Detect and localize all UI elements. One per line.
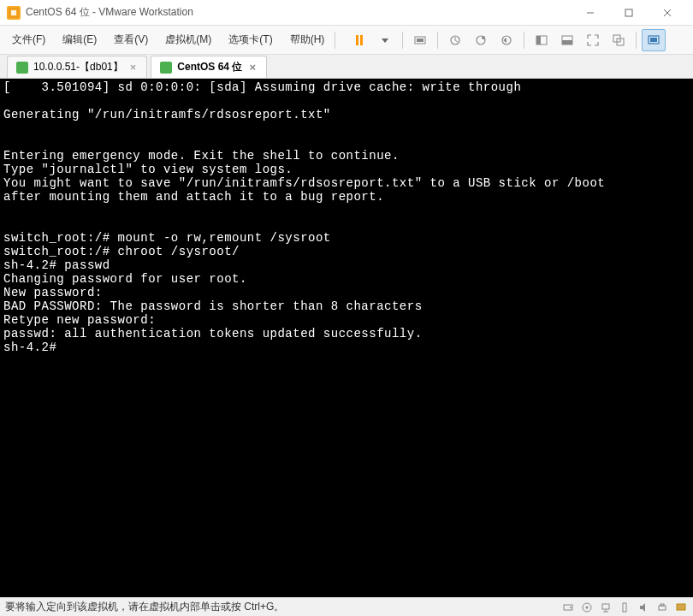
svg-point-22 bbox=[570, 607, 572, 608]
network-icon[interactable] bbox=[599, 601, 613, 614]
printer-icon[interactable] bbox=[655, 601, 669, 614]
svg-rect-20 bbox=[650, 38, 657, 42]
pause-button[interactable] bbox=[347, 29, 371, 51]
maximize-button[interactable] bbox=[609, 0, 648, 26]
svg-rect-1 bbox=[11, 10, 16, 15]
snapshot-manager-button[interactable] bbox=[469, 29, 493, 51]
status-icons bbox=[561, 601, 688, 614]
status-text: 要将输入定向到该虚拟机，请在虚拟机内部单击或按 Ctrl+G。 bbox=[5, 600, 561, 614]
svg-rect-25 bbox=[602, 604, 609, 609]
menu-help[interactable]: 帮助(H) bbox=[283, 29, 332, 50]
svg-rect-16 bbox=[562, 40, 572, 44]
tab-centos[interactable]: CentOS 64 位 × bbox=[151, 56, 267, 78]
menu-edit[interactable]: 编辑(E) bbox=[56, 29, 104, 50]
svg-marker-29 bbox=[640, 603, 645, 612]
dropdown-button[interactable] bbox=[373, 29, 397, 51]
svg-point-24 bbox=[586, 606, 589, 608]
menu-tabs[interactable]: 选项卡(T) bbox=[222, 29, 279, 50]
tab-label: 10.0.0.51-【db01】 bbox=[33, 60, 123, 74]
unity-button[interactable] bbox=[607, 29, 631, 51]
send-ctrl-alt-del-button[interactable] bbox=[408, 29, 432, 51]
display-icon[interactable] bbox=[674, 601, 688, 614]
minimize-button[interactable] bbox=[571, 0, 609, 26]
svg-rect-31 bbox=[660, 604, 664, 606]
tab-db01[interactable]: 10.0.0.51-【db01】 × bbox=[7, 56, 147, 78]
fit-guest-button[interactable] bbox=[530, 29, 554, 51]
pause-icon bbox=[356, 35, 363, 45]
titlebar: CentOS 64 位 - VMware Workstation bbox=[0, 0, 693, 26]
tab-close-icon[interactable]: × bbox=[247, 61, 258, 74]
svg-point-11 bbox=[482, 36, 485, 39]
vmware-icon bbox=[7, 6, 21, 20]
svg-rect-3 bbox=[625, 9, 632, 16]
menubar: 文件(F) 编辑(E) 查看(V) 虚拟机(M) 选项卡(T) 帮助(H) bbox=[0, 26, 693, 55]
menu-vm[interactable]: 虚拟机(M) bbox=[158, 29, 218, 50]
separator bbox=[437, 32, 438, 49]
console-view-button[interactable] bbox=[642, 29, 666, 51]
separator bbox=[524, 32, 524, 49]
menu-view[interactable]: 查看(V) bbox=[107, 29, 155, 50]
toolbar bbox=[347, 29, 666, 51]
revert-snapshot-button[interactable] bbox=[495, 29, 518, 51]
svg-rect-30 bbox=[659, 606, 666, 610]
stretch-button[interactable] bbox=[555, 29, 579, 51]
window-controls bbox=[571, 0, 686, 26]
cd-icon[interactable] bbox=[580, 601, 594, 614]
separator bbox=[335, 32, 335, 49]
menu-items: 文件(F) 编辑(E) 查看(V) 虚拟机(M) 选项卡(T) 帮助(H) bbox=[5, 29, 331, 50]
vm-icon bbox=[16, 62, 28, 74]
svg-rect-14 bbox=[536, 36, 541, 44]
vm-icon bbox=[160, 62, 172, 74]
snapshot-button[interactable] bbox=[443, 29, 467, 51]
sound-icon[interactable] bbox=[637, 601, 650, 614]
svg-rect-32 bbox=[677, 604, 685, 610]
close-button[interactable] bbox=[648, 0, 686, 26]
disk-icon[interactable] bbox=[561, 601, 575, 614]
tabbar: 10.0.0.51-【db01】 × CentOS 64 位 × bbox=[0, 55, 693, 79]
separator bbox=[402, 32, 403, 49]
statusbar: 要将输入定向到该虚拟机，请在虚拟机内部单击或按 Ctrl+G。 bbox=[0, 597, 693, 616]
fullscreen-button[interactable] bbox=[581, 29, 605, 51]
terminal[interactable]: [ 3.501094] sd 0:0:0:0: [sda] Assuming d… bbox=[0, 79, 693, 597]
svg-rect-28 bbox=[623, 603, 626, 612]
separator bbox=[636, 32, 637, 49]
usb-icon[interactable] bbox=[618, 601, 631, 614]
menu-file[interactable]: 文件(F) bbox=[5, 29, 52, 50]
svg-rect-8 bbox=[417, 38, 424, 42]
svg-marker-6 bbox=[382, 38, 388, 43]
window-title: CentOS 64 位 - VMware Workstation bbox=[26, 5, 571, 20]
tab-label: CentOS 64 位 bbox=[177, 60, 242, 74]
tab-close-icon[interactable]: × bbox=[128, 61, 139, 74]
